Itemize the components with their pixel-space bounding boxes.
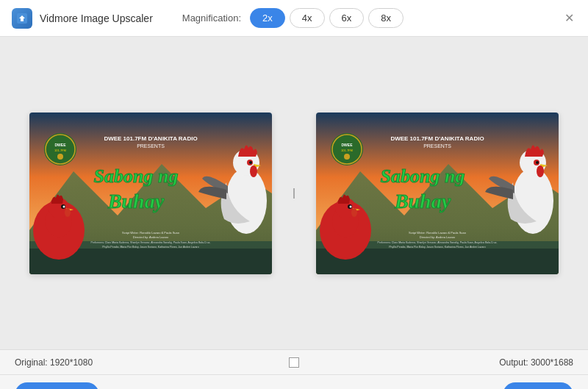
mag-btn-2x[interactable]: 2x [250,8,285,28]
close-button[interactable]: ✕ [562,11,576,26]
svg-text:Buhay: Buhay [107,190,165,213]
center-divider-icon [289,357,299,368]
svg-point-51 [350,205,352,207]
svg-point-23 [62,205,65,207]
svg-text:Sabong ng: Sabong ng [93,165,178,187]
svg-point-37 [344,154,350,160]
svg-point-17 [249,161,252,164]
output-image-panel: DWEE 101.7FM DWEE 101.7FM D'ANIKITA RADI… [309,51,567,335]
app-title: Vidmore Image Upscaler [40,13,153,24]
svg-text:DWEE 101.7FM D'ANIKITA RADIO: DWEE 101.7FM D'ANIKITA RADIO [104,135,197,142]
svg-point-24 [65,208,71,217]
svg-text:Buhay: Buhay [394,190,451,213]
app-icon [12,8,32,29]
magnification-buttons: 2x 4x 6x 8x [250,8,404,28]
svg-text:101.7FM: 101.7FM [54,149,66,152]
output-size-text: Output: 3000*1688 [499,357,573,368]
divider-square [293,188,295,199]
original-image-svg: DWEE 101.7FM DWEE 101.7FM D'ANIKITA RADI… [29,113,272,274]
svg-point-52 [351,208,357,217]
title-bar: Vidmore Image Upscaler Magnification: 2x… [0,0,588,37]
bottom-bar: New Image Save [0,374,588,389]
mag-btn-8x[interactable]: 8x [368,8,404,28]
svg-point-18 [250,165,257,177]
arrow-icon [273,384,317,390]
svg-point-45 [536,161,539,164]
svg-text:Script Writer: Ronaldo Lazaro : Script Writer: Ronaldo Lazaro & Paula Su… [409,231,466,235]
svg-text:Directed by: Andrea Lazaro: Directed by: Andrea Lazaro [420,235,456,239]
original-image-card: DWEE 101.7FM DWEE 101.7FM D'ANIKITA RADI… [29,113,272,274]
original-size-text: Original: 1920*1080 [15,357,93,368]
svg-text:Phyllis Peralta, Maria Flor Ba: Phyllis Peralta, Maria Flor Baloy, Jason… [390,246,486,249]
svg-text:Script Writer: Ronaldo Lazaro : Script Writer: Ronaldo Lazaro & Paula Su… [122,231,179,235]
svg-text:PRESENTS: PRESENTS [423,143,451,149]
svg-text:DWEE 101.7FM D'ANIKITA RADIO: DWEE 101.7FM D'ANIKITA RADIO [391,135,484,142]
svg-text:Sabong ng: Sabong ng [381,165,465,187]
svg-text:Phyllis Peralta, Maria Flor Ba: Phyllis Peralta, Maria Flor Baloy, Jason… [102,246,198,249]
new-image-button[interactable]: New Image [15,382,99,390]
svg-text:DWEE: DWEE [54,143,66,147]
mag-btn-6x[interactable]: 6x [329,8,365,28]
svg-text:Directed by: Andrea Lazaro: Directed by: Andrea Lazaro [133,235,169,239]
svg-text:101.7FM: 101.7FM [341,149,353,152]
svg-point-9 [57,154,63,160]
mag-btn-4x[interactable]: 4x [290,8,325,28]
output-image-card: DWEE 101.7FM DWEE 101.7FM D'ANIKITA RADI… [316,113,559,274]
center-divider [294,171,295,215]
save-button[interactable]: Save [503,382,573,390]
svg-text:Performers: Claro Maria Kudern: Performers: Claro Maria Kuderna, Shanlyn… [378,241,498,244]
original-image-panel: DWEE 101.7FM DWEE 101.7FM D'ANIKITA RADI… [22,51,279,335]
svg-point-14 [226,168,267,234]
svg-point-42 [512,168,553,234]
output-image-svg: DWEE 101.7FM DWEE 101.7FM D'ANIKITA RADI… [316,113,559,274]
magnification-label: Magnification: [182,13,241,24]
svg-point-46 [537,165,544,177]
svg-text:PRESENTS: PRESENTS [137,143,165,149]
svg-text:Performers: Claro Maria Kudern: Performers: Claro Maria Kuderna, Shanlyn… [90,241,210,244]
info-status-bar: Original: 1920*1080 Output: 3000*1688 [0,349,588,374]
svg-text:DWEE: DWEE [342,143,354,147]
main-content: DWEE 101.7FM DWEE 101.7FM D'ANIKITA RADI… [0,37,588,349]
